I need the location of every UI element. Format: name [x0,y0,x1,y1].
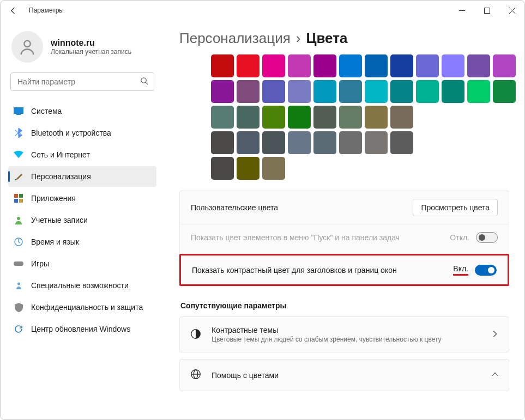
color-swatch[interactable] [262,157,285,180]
color-swatch[interactable] [493,54,516,77]
minimize-button[interactable] [449,1,474,20]
view-colors-button[interactable]: Просмотреть цвета [413,199,498,216]
color-swatch[interactable] [365,106,388,129]
color-swatch[interactable] [313,80,336,103]
color-swatch[interactable] [416,80,439,103]
color-swatch[interactable] [493,80,516,103]
svg-point-3 [141,78,146,83]
color-swatch[interactable] [237,157,260,180]
color-swatch[interactable] [211,157,234,180]
color-swatch[interactable] [467,80,490,103]
sidebar-item-windows-update[interactable]: Центр обновления Windows [8,319,156,339]
color-swatch[interactable] [467,54,490,77]
titlebar-color-label: Показать контрастный цвет для заголовков… [192,266,444,275]
color-swatch[interactable] [339,54,362,77]
close-button[interactable] [499,1,524,20]
brush-icon [14,172,23,181]
maximize-button[interactable] [474,1,499,20]
color-swatch[interactable] [237,80,260,103]
svg-point-12 [17,217,20,220]
titlebar-color-toggle[interactable] [475,265,497,276]
sidebar-item-shield[interactable]: Конфиденциальность и защита [8,297,156,318]
color-swatch[interactable] [262,131,285,154]
color-swatch[interactable] [365,80,388,103]
sidebar-item-label: Система [31,107,62,115]
svg-rect-5 [14,107,23,114]
search-input[interactable] [11,77,154,86]
sidebar-item-user[interactable]: Учетные записи [8,210,156,230]
content: Персонализация › Цвета Пользовательские … [164,20,524,419]
color-swatch[interactable] [237,106,260,129]
sidebar-item-apps[interactable]: Приложения [8,188,156,209]
apps-icon [14,193,23,203]
contrast-icon [190,328,202,342]
color-swatch[interactable] [442,54,464,77]
user-name: winnote.ru [51,38,131,48]
sidebar-item-label: Персонализация [31,172,91,181]
breadcrumb: Персонализация › Цвета [179,30,509,47]
color-swatch[interactable] [339,80,362,103]
color-swatch[interactable] [211,54,234,77]
color-swatch[interactable] [288,80,311,103]
color-swatch[interactable] [390,80,413,103]
color-swatch[interactable] [339,131,362,154]
svg-rect-8 [14,194,18,198]
svg-rect-10 [14,199,18,203]
custom-colors-label: Пользовательские цвета [191,203,404,212]
color-swatch[interactable] [237,131,260,154]
sidebar-item-globe-clock[interactable]: Время и язык [8,232,156,252]
wifi-icon [14,150,23,160]
color-swatch[interactable] [365,131,388,154]
chevron-right-icon [491,330,499,339]
color-swatch[interactable] [416,54,439,77]
color-swatch[interactable] [442,80,464,103]
color-swatch[interactable] [262,54,285,77]
color-swatch[interactable] [365,54,388,77]
sidebar-item-system[interactable]: Система [8,101,156,121]
sidebar-item-wifi[interactable]: Сеть и Интернет [8,144,156,165]
color-swatch[interactable] [288,54,311,77]
breadcrumb-parent[interactable]: Персонализация [179,30,291,47]
search-box[interactable] [10,72,154,91]
color-swatch[interactable] [390,131,413,154]
titlebar-color-row: Показать контрастный цвет для заголовков… [181,255,508,284]
sidebar-item-label: Сеть и Интернет [31,150,90,159]
breadcrumb-current: Цвета [306,30,347,47]
color-swatch[interactable] [390,106,413,129]
contrast-themes-card[interactable]: Контрастные темы Цветовые темы для людей… [179,316,509,352]
back-button[interactable] [8,5,18,15]
titlebar: Параметры [1,1,524,20]
color-swatch[interactable] [288,106,311,129]
sidebar-item-label: Время и язык [31,238,79,246]
sidebar-item-brush[interactable]: Персонализация [8,166,156,187]
contrast-title: Контрастные темы [212,326,481,334]
sidebar-item-bluetooth[interactable]: Bluetooth и устройства [8,123,156,143]
start-taskbar-toggle [476,232,498,243]
color-swatch[interactable] [313,131,336,154]
bluetooth-icon [14,128,23,138]
color-swatch[interactable] [211,106,234,129]
sidebar-item-person-arrows[interactable]: Специальные возможности [8,275,156,296]
svg-point-2 [24,41,30,47]
color-swatch[interactable] [237,54,260,77]
user-card[interactable]: winnote.ru Локальная учетная запись [8,29,156,72]
color-swatch[interactable] [211,80,234,103]
color-swatch[interactable] [313,106,336,129]
sidebar-item-label: Приложения [31,194,76,203]
svg-line-4 [146,82,148,84]
sidebar-item-label: Учетные записи [31,216,88,224]
window-title: Параметры [29,7,64,14]
search-icon [140,77,148,87]
window-controls [449,1,524,20]
color-swatch[interactable] [211,131,234,154]
svg-point-15 [17,282,20,285]
svg-rect-7 [15,179,16,180]
color-swatch[interactable] [262,80,285,103]
color-swatch[interactable] [339,106,362,129]
color-swatch[interactable] [313,54,336,77]
help-colors-card[interactable]: Помощь с цветами [179,359,509,391]
color-swatch[interactable] [262,106,285,129]
color-swatch[interactable] [390,54,413,77]
color-swatch[interactable] [288,131,311,154]
sidebar-item-gamepad[interactable]: Игры [8,253,156,274]
